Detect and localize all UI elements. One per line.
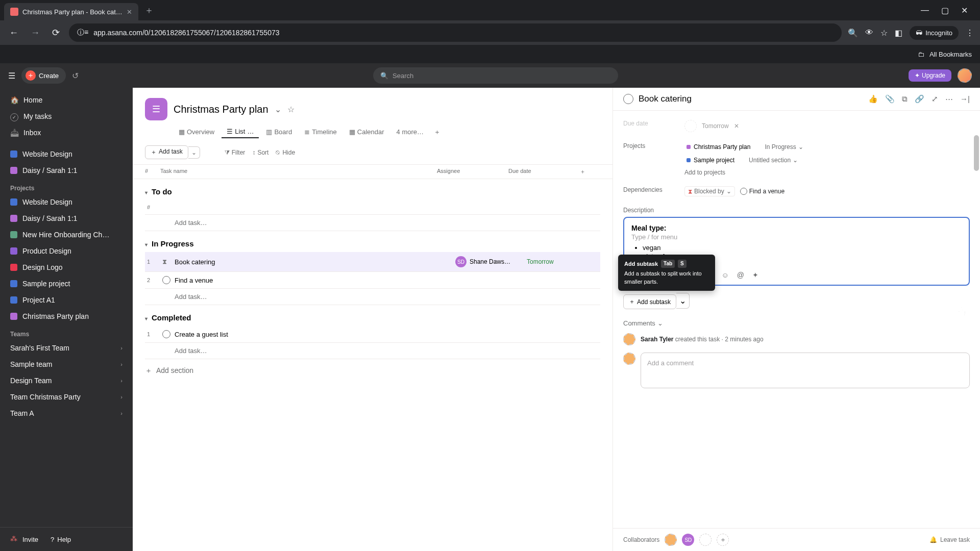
add-task-row[interactable]: Add task… <box>145 343 600 359</box>
collaborator-avatar-empty[interactable] <box>699 534 712 546</box>
menu-icon[interactable]: ⋮ <box>966 28 974 38</box>
history-icon[interactable]: ↺ <box>72 71 79 81</box>
search-tabs-icon[interactable]: 🔍 <box>848 28 858 38</box>
invite-button[interactable]: Invite <box>10 535 38 544</box>
sidebar-project-6[interactable]: Project A1 <box>0 292 133 308</box>
add-collaborator-button[interactable]: ＋ <box>717 534 729 546</box>
create-button[interactable]: ＋ Create <box>21 67 66 84</box>
sidebar-project-0[interactable]: Website Design <box>0 194 133 210</box>
comment-input[interactable]: Add a comment <box>641 353 970 388</box>
add-subtask-dropdown[interactable]: ⌄ <box>676 293 690 309</box>
add-tab-icon[interactable]: ＋ <box>434 128 440 137</box>
tab-calendar[interactable]: ▦Calendar <box>344 126 389 138</box>
scrollbar[interactable] <box>974 135 979 171</box>
task-row[interactable]: 1 Create a guest list <box>145 326 600 343</box>
all-bookmarks-link[interactable]: All Bookmarks <box>929 51 972 58</box>
add-task-dropdown[interactable]: ⌄ <box>188 146 200 159</box>
bookmarks-folder-icon[interactable]: 🗀 <box>918 51 924 58</box>
sidebar-project-5[interactable]: Sample project <box>0 276 133 292</box>
sidebar-item-my-tasks[interactable]: My tasks <box>0 108 133 124</box>
add-to-projects-button[interactable]: Add to projects <box>684 169 725 176</box>
reload-button[interactable]: ⟳ <box>49 24 63 41</box>
add-section-button[interactable]: ＋ Add section <box>133 359 612 383</box>
sidebar-project-2[interactable]: New Hire Onboarding Ch… <box>0 227 133 243</box>
eye-off-icon[interactable]: 👁 <box>865 28 873 37</box>
section-completed[interactable]: Completed <box>145 309 600 326</box>
more-icon[interactable]: ⋯ <box>945 94 953 104</box>
sidebar-project-4[interactable]: Design Logo <box>0 259 133 276</box>
collaborator-avatar[interactable] <box>665 534 677 546</box>
link-icon[interactable]: 🔗 <box>915 94 924 104</box>
sidebar-team-0[interactable]: Sarah's First Team› <box>0 340 133 356</box>
add-task-button[interactable]: ＋ Add task <box>145 145 188 159</box>
clear-icon[interactable]: ✕ <box>734 122 739 130</box>
check-circle-icon[interactable] <box>162 330 170 338</box>
tab-board[interactable]: ▥Board <box>261 126 297 138</box>
tab-timeline[interactable]: ≣Timeline <box>299 126 342 138</box>
close-panel-icon[interactable]: →| <box>960 94 970 104</box>
project-title[interactable]: Christmas Party plan <box>174 104 268 115</box>
due-date-cell[interactable]: Tomorrow <box>527 258 598 265</box>
attachment-icon[interactable]: 📎 <box>885 94 895 104</box>
dependency-task-link[interactable]: Find a venue <box>740 188 785 195</box>
search-input[interactable]: 🔍 Search <box>373 67 618 84</box>
emoji-icon[interactable]: ☺ <box>721 271 728 279</box>
blocked-by-dropdown[interactable]: ⧗Blocked by ⌄ <box>684 186 735 196</box>
bookmark-star-icon[interactable]: ☆ <box>880 28 888 38</box>
window-close-icon[interactable]: ✕ <box>961 6 968 15</box>
subtask-icon[interactable]: ⧉ <box>902 94 908 104</box>
sidebar-starred-0[interactable]: Website Design <box>0 146 133 162</box>
ai-icon[interactable]: ✦ <box>752 271 758 279</box>
upgrade-button[interactable]: ✦ Upgrade <box>909 69 951 82</box>
sidebar-starred-1[interactable]: Daisy / Sarah 1:1 <box>0 162 133 179</box>
check-circle-icon[interactable] <box>162 276 170 284</box>
project-chip[interactable]: Sample project <box>694 157 734 164</box>
window-minimize-icon[interactable]: ― <box>921 6 929 15</box>
chevron-down-icon[interactable]: ⌄ <box>275 105 281 114</box>
task-row[interactable]: 1 Book catering SDShane Daws… Tomorrow <box>145 252 600 272</box>
window-maximize-icon[interactable]: ▢ <box>941 6 949 15</box>
project-chip[interactable]: Christmas Party plan <box>694 143 750 151</box>
sidebar-project-7[interactable]: Christmas Party plan <box>0 308 133 324</box>
url-bar[interactable]: ⓘ≡ app.asana.com/0/1206182861755067/1206… <box>69 23 842 42</box>
forward-button[interactable]: → <box>28 24 43 41</box>
star-icon[interactable]: ☆ <box>287 105 295 114</box>
add-subtask-button[interactable]: ＋ Add subtask <box>623 294 676 309</box>
add-task-row[interactable]: Add task… <box>145 289 600 305</box>
section-in-progress[interactable]: In Progress <box>145 235 600 252</box>
due-date-value[interactable]: Tomorrow <box>702 122 729 130</box>
sidebar-project-3[interactable]: Product Design <box>0 243 133 259</box>
fullscreen-icon[interactable]: ⤢ <box>932 94 938 104</box>
sort-button[interactable]: ↕ Sort <box>252 149 268 156</box>
sidebar-team-4[interactable]: Team A› <box>0 405 133 421</box>
back-button[interactable]: ← <box>6 24 21 41</box>
add-task-row[interactable]: Add task… <box>145 215 600 231</box>
sidebar-team-3[interactable]: Team Christmas Party› <box>0 389 133 405</box>
complete-task-button[interactable] <box>623 94 633 104</box>
sidebar-project-1[interactable]: Daisy / Sarah 1:1 <box>0 210 133 227</box>
section-dropdown[interactable]: In Progress ⌄ <box>762 142 806 152</box>
section-todo[interactable]: To do <box>145 183 600 200</box>
task-detail-title[interactable]: Book catering <box>639 94 863 104</box>
tab-more[interactable]: 4 more… <box>391 126 429 138</box>
new-tab-button[interactable]: ＋ <box>138 4 160 16</box>
side-panel-icon[interactable]: ◧ <box>895 28 902 38</box>
site-info-icon[interactable]: ⓘ≡ <box>77 28 88 37</box>
sidebar-item-home[interactable]: Home <box>0 92 133 108</box>
hamburger-icon[interactable]: ☰ <box>8 71 15 81</box>
collaborator-avatar[interactable]: SD <box>682 534 694 546</box>
user-avatar[interactable] <box>958 68 972 83</box>
mention-icon[interactable]: @ <box>737 271 744 279</box>
tab-list[interactable]: ☰List… <box>222 126 259 138</box>
activity-actor[interactable]: Sarah Tyler <box>641 336 673 343</box>
calendar-icon[interactable] <box>684 120 697 132</box>
assignee-cell[interactable]: SDShane Daws… <box>455 256 527 267</box>
add-column-icon[interactable]: ＋ <box>580 168 600 176</box>
tab-overview[interactable]: ▦Overview <box>174 126 219 138</box>
browser-tab[interactable]: Christmas Party plan - Book cat… ✕ <box>4 3 138 20</box>
help-button[interactable]: ?Help <box>51 535 71 544</box>
like-icon[interactable]: 👍 <box>868 94 878 104</box>
section-dropdown[interactable]: Untitled section ⌄ <box>746 156 801 165</box>
sidebar-team-1[interactable]: Sample team› <box>0 356 133 372</box>
filter-button[interactable]: ⧩ Filter <box>225 149 246 156</box>
